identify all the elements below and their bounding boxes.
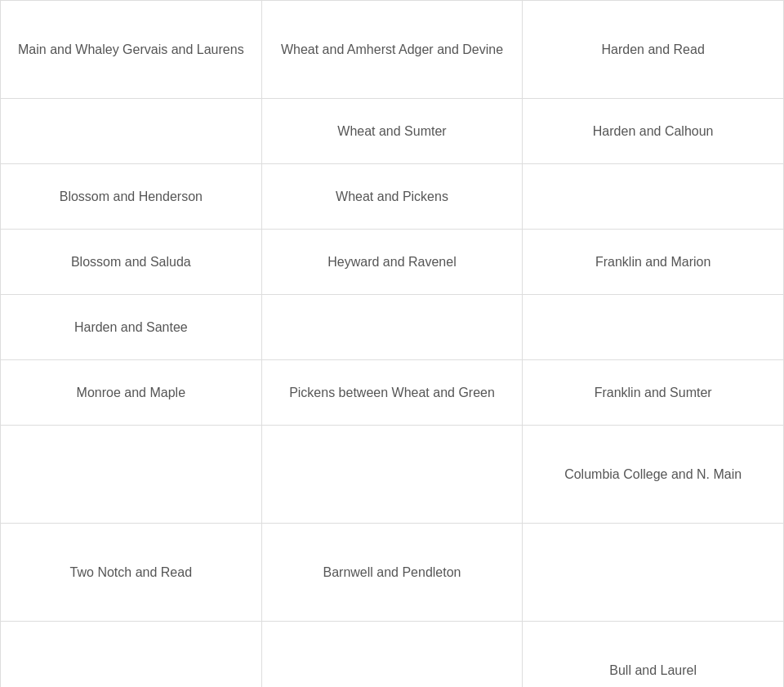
cell-r0-c0: Main and Whaley Gervais and Laurens: [1, 1, 262, 99]
cell-r4-c2: [523, 295, 784, 360]
cell-r1-c2: Harden and Calhoun: [523, 99, 784, 164]
cell-r7-c0: Two Notch and Read: [1, 524, 262, 622]
cell-text-r0-c1: Wheat and Amherst Adger and Devine: [281, 40, 503, 60]
cell-text-r6-c2: Columbia College and N. Main: [564, 465, 742, 484]
cell-text-r2-c1: Wheat and Pickens: [336, 187, 448, 207]
cell-r2-c1: Wheat and Pickens: [262, 164, 523, 230]
cell-r1-c1: Wheat and Sumter: [262, 99, 523, 164]
cell-r7-c2: [523, 524, 784, 622]
cell-r2-c2: [523, 164, 784, 230]
cell-text-r3-c1: Heyward and Ravenel: [327, 252, 456, 272]
cell-r3-c2: Franklin and Marion: [523, 230, 784, 295]
cell-text-r5-c0: Monroe and Maple: [77, 383, 185, 403]
cell-r0-c1: Wheat and Amherst Adger and Devine: [262, 1, 523, 99]
cell-r3-c1: Heyward and Ravenel: [262, 230, 523, 295]
cell-text-r7-c1: Barnwell and Pendleton: [323, 563, 461, 582]
cell-r0-c2: Harden and Read: [523, 1, 784, 99]
cell-r4-c1: [262, 295, 523, 360]
cell-r4-c0: Harden and Santee: [1, 295, 262, 360]
cell-text-r8-c2: Bull and Laurel: [609, 661, 697, 680]
cell-r6-c2: Columbia College and N. Main: [523, 426, 784, 524]
cell-r5-c1: Pickens between Wheat and Green: [262, 360, 523, 426]
main-grid: Main and Whaley Gervais and LaurensWheat…: [0, 0, 784, 687]
cell-r3-c0: Blossom and Saluda: [1, 230, 262, 295]
cell-text-r3-c2: Franklin and Marion: [595, 252, 710, 272]
cell-r7-c1: Barnwell and Pendleton: [262, 524, 523, 622]
cell-r8-c0: [1, 622, 262, 687]
cell-r6-c1: [262, 426, 523, 524]
cell-text-r4-c0: Harden and Santee: [74, 318, 188, 337]
cell-r5-c2: Franklin and Sumter: [523, 360, 784, 426]
cell-r8-c2: Bull and Laurel: [523, 622, 784, 687]
cell-text-r1-c1: Wheat and Sumter: [337, 122, 446, 141]
cell-text-r7-c0: Two Notch and Read: [70, 563, 192, 582]
cell-text-r5-c2: Franklin and Sumter: [595, 383, 712, 403]
cell-r5-c0: Monroe and Maple: [1, 360, 262, 426]
cell-text-r3-c0: Blossom and Saluda: [71, 252, 191, 272]
cell-r2-c0: Blossom and Henderson: [1, 164, 262, 230]
cell-r6-c0: [1, 426, 262, 524]
cell-text-r0-c2: Harden and Read: [602, 40, 705, 60]
cell-text-r0-c0: Main and Whaley Gervais and Laurens: [18, 40, 244, 60]
cell-text-r1-c2: Harden and Calhoun: [593, 122, 714, 141]
cell-text-r5-c1: Pickens between Wheat and Green: [289, 383, 495, 403]
cell-r1-c0: [1, 99, 262, 164]
cell-r8-c1: [262, 622, 523, 687]
cell-text-r2-c0: Blossom and Henderson: [60, 187, 203, 207]
